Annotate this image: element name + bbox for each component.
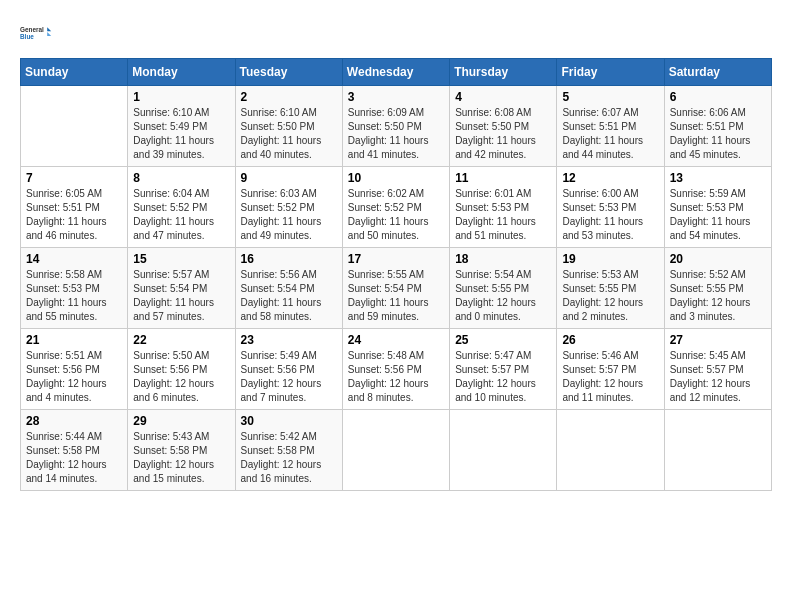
day-info: Sunrise: 6:07 AMSunset: 5:51 PMDaylight:… [562, 106, 658, 162]
svg-marker-2 [47, 27, 51, 31]
day-number: 18 [455, 252, 551, 266]
calendar-cell [664, 410, 771, 491]
day-number: 7 [26, 171, 122, 185]
day-info: Sunrise: 5:52 AMSunset: 5:55 PMDaylight:… [670, 268, 766, 324]
day-info: Sunrise: 6:06 AMSunset: 5:51 PMDaylight:… [670, 106, 766, 162]
day-info: Sunrise: 5:57 AMSunset: 5:54 PMDaylight:… [133, 268, 229, 324]
day-number: 26 [562, 333, 658, 347]
day-number: 14 [26, 252, 122, 266]
day-info: Sunrise: 5:43 AMSunset: 5:58 PMDaylight:… [133, 430, 229, 486]
weekday-header-monday: Monday [128, 59, 235, 86]
calendar-cell: 22Sunrise: 5:50 AMSunset: 5:56 PMDayligh… [128, 329, 235, 410]
day-info: Sunrise: 6:10 AMSunset: 5:49 PMDaylight:… [133, 106, 229, 162]
day-number: 27 [670, 333, 766, 347]
day-number: 24 [348, 333, 444, 347]
calendar-week-3: 14Sunrise: 5:58 AMSunset: 5:53 PMDayligh… [21, 248, 772, 329]
calendar-cell: 23Sunrise: 5:49 AMSunset: 5:56 PMDayligh… [235, 329, 342, 410]
day-number: 3 [348, 90, 444, 104]
day-number: 9 [241, 171, 337, 185]
day-info: Sunrise: 5:45 AMSunset: 5:57 PMDaylight:… [670, 349, 766, 405]
calendar-cell [21, 86, 128, 167]
day-number: 17 [348, 252, 444, 266]
day-number: 19 [562, 252, 658, 266]
page-header: GeneralBlue [20, 20, 772, 48]
calendar-cell: 10Sunrise: 6:02 AMSunset: 5:52 PMDayligh… [342, 167, 449, 248]
day-info: Sunrise: 5:44 AMSunset: 5:58 PMDaylight:… [26, 430, 122, 486]
day-info: Sunrise: 5:58 AMSunset: 5:53 PMDaylight:… [26, 268, 122, 324]
day-number: 1 [133, 90, 229, 104]
svg-text:Blue: Blue [20, 33, 34, 40]
calendar-cell: 21Sunrise: 5:51 AMSunset: 5:56 PMDayligh… [21, 329, 128, 410]
svg-marker-3 [47, 32, 51, 36]
day-info: Sunrise: 5:49 AMSunset: 5:56 PMDaylight:… [241, 349, 337, 405]
day-info: Sunrise: 6:04 AMSunset: 5:52 PMDaylight:… [133, 187, 229, 243]
calendar-cell: 5Sunrise: 6:07 AMSunset: 5:51 PMDaylight… [557, 86, 664, 167]
day-info: Sunrise: 6:01 AMSunset: 5:53 PMDaylight:… [455, 187, 551, 243]
logo: GeneralBlue [20, 20, 52, 48]
calendar-cell [342, 410, 449, 491]
day-info: Sunrise: 5:42 AMSunset: 5:58 PMDaylight:… [241, 430, 337, 486]
day-number: 23 [241, 333, 337, 347]
day-info: Sunrise: 6:00 AMSunset: 5:53 PMDaylight:… [562, 187, 658, 243]
calendar-cell: 19Sunrise: 5:53 AMSunset: 5:55 PMDayligh… [557, 248, 664, 329]
logo-icon: GeneralBlue [20, 20, 52, 48]
calendar-cell [450, 410, 557, 491]
weekday-header-wednesday: Wednesday [342, 59, 449, 86]
weekday-header-row: SundayMondayTuesdayWednesdayThursdayFrid… [21, 59, 772, 86]
day-info: Sunrise: 5:59 AMSunset: 5:53 PMDaylight:… [670, 187, 766, 243]
calendar-table: SundayMondayTuesdayWednesdayThursdayFrid… [20, 58, 772, 491]
calendar-week-2: 7Sunrise: 6:05 AMSunset: 5:51 PMDaylight… [21, 167, 772, 248]
day-info: Sunrise: 6:09 AMSunset: 5:50 PMDaylight:… [348, 106, 444, 162]
day-number: 20 [670, 252, 766, 266]
calendar-cell: 20Sunrise: 5:52 AMSunset: 5:55 PMDayligh… [664, 248, 771, 329]
calendar-cell: 6Sunrise: 6:06 AMSunset: 5:51 PMDaylight… [664, 86, 771, 167]
day-info: Sunrise: 5:54 AMSunset: 5:55 PMDaylight:… [455, 268, 551, 324]
day-number: 16 [241, 252, 337, 266]
calendar-cell: 1Sunrise: 6:10 AMSunset: 5:49 PMDaylight… [128, 86, 235, 167]
day-number: 29 [133, 414, 229, 428]
day-info: Sunrise: 5:46 AMSunset: 5:57 PMDaylight:… [562, 349, 658, 405]
day-number: 4 [455, 90, 551, 104]
calendar-cell: 12Sunrise: 6:00 AMSunset: 5:53 PMDayligh… [557, 167, 664, 248]
day-info: Sunrise: 6:05 AMSunset: 5:51 PMDaylight:… [26, 187, 122, 243]
day-number: 22 [133, 333, 229, 347]
day-info: Sunrise: 6:03 AMSunset: 5:52 PMDaylight:… [241, 187, 337, 243]
calendar-cell: 11Sunrise: 6:01 AMSunset: 5:53 PMDayligh… [450, 167, 557, 248]
calendar-cell: 3Sunrise: 6:09 AMSunset: 5:50 PMDaylight… [342, 86, 449, 167]
calendar-cell: 17Sunrise: 5:55 AMSunset: 5:54 PMDayligh… [342, 248, 449, 329]
calendar-cell: 28Sunrise: 5:44 AMSunset: 5:58 PMDayligh… [21, 410, 128, 491]
day-info: Sunrise: 5:55 AMSunset: 5:54 PMDaylight:… [348, 268, 444, 324]
calendar-week-5: 28Sunrise: 5:44 AMSunset: 5:58 PMDayligh… [21, 410, 772, 491]
day-number: 5 [562, 90, 658, 104]
calendar-cell: 8Sunrise: 6:04 AMSunset: 5:52 PMDaylight… [128, 167, 235, 248]
day-info: Sunrise: 5:48 AMSunset: 5:56 PMDaylight:… [348, 349, 444, 405]
day-number: 25 [455, 333, 551, 347]
day-info: Sunrise: 6:10 AMSunset: 5:50 PMDaylight:… [241, 106, 337, 162]
day-number: 2 [241, 90, 337, 104]
day-number: 28 [26, 414, 122, 428]
calendar-cell: 24Sunrise: 5:48 AMSunset: 5:56 PMDayligh… [342, 329, 449, 410]
day-number: 8 [133, 171, 229, 185]
day-number: 11 [455, 171, 551, 185]
day-info: Sunrise: 5:47 AMSunset: 5:57 PMDaylight:… [455, 349, 551, 405]
weekday-header-sunday: Sunday [21, 59, 128, 86]
calendar-cell: 25Sunrise: 5:47 AMSunset: 5:57 PMDayligh… [450, 329, 557, 410]
weekday-header-saturday: Saturday [664, 59, 771, 86]
day-number: 6 [670, 90, 766, 104]
calendar-cell: 4Sunrise: 6:08 AMSunset: 5:50 PMDaylight… [450, 86, 557, 167]
day-info: Sunrise: 5:53 AMSunset: 5:55 PMDaylight:… [562, 268, 658, 324]
calendar-cell: 14Sunrise: 5:58 AMSunset: 5:53 PMDayligh… [21, 248, 128, 329]
day-number: 12 [562, 171, 658, 185]
day-info: Sunrise: 6:08 AMSunset: 5:50 PMDaylight:… [455, 106, 551, 162]
day-number: 10 [348, 171, 444, 185]
calendar-cell: 7Sunrise: 6:05 AMSunset: 5:51 PMDaylight… [21, 167, 128, 248]
calendar-cell: 26Sunrise: 5:46 AMSunset: 5:57 PMDayligh… [557, 329, 664, 410]
day-info: Sunrise: 6:02 AMSunset: 5:52 PMDaylight:… [348, 187, 444, 243]
day-number: 13 [670, 171, 766, 185]
calendar-week-1: 1Sunrise: 6:10 AMSunset: 5:49 PMDaylight… [21, 86, 772, 167]
calendar-cell: 18Sunrise: 5:54 AMSunset: 5:55 PMDayligh… [450, 248, 557, 329]
calendar-cell: 27Sunrise: 5:45 AMSunset: 5:57 PMDayligh… [664, 329, 771, 410]
calendar-cell: 15Sunrise: 5:57 AMSunset: 5:54 PMDayligh… [128, 248, 235, 329]
day-info: Sunrise: 5:51 AMSunset: 5:56 PMDaylight:… [26, 349, 122, 405]
weekday-header-tuesday: Tuesday [235, 59, 342, 86]
